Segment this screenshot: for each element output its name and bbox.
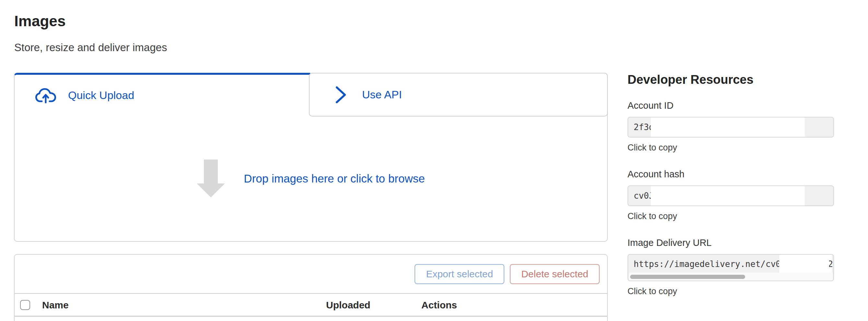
select-all-checkbox[interactable] bbox=[20, 300, 30, 310]
delete-selected-button[interactable]: Delete selected bbox=[510, 264, 600, 284]
upload-panel: Quick Upload Use API Drop images here or… bbox=[14, 73, 608, 242]
column-header-actions: Actions bbox=[421, 294, 457, 317]
account-id-label: Account ID bbox=[627, 100, 834, 111]
tab-quick-upload[interactable]: Quick Upload bbox=[14, 73, 310, 116]
image-delivery-url-field[interactable]: https://imagedelivery.net/cv0JSj 2 bbox=[627, 254, 834, 281]
tab-use-api[interactable]: Use API bbox=[309, 73, 608, 116]
account-hash-label: Account hash bbox=[627, 169, 834, 180]
upload-tab-row: Quick Upload Use API bbox=[14, 73, 607, 116]
account-hash-field[interactable]: cv0J bbox=[627, 185, 834, 206]
account-id-field[interactable]: 2f3d bbox=[627, 117, 834, 138]
column-header-uploaded: Uploaded bbox=[326, 294, 370, 317]
drop-arrow-icon bbox=[197, 159, 225, 198]
dropzone[interactable]: Drop images here or click to browse bbox=[14, 116, 607, 241]
chevron-right-icon bbox=[336, 86, 346, 104]
redaction-overlay bbox=[651, 117, 805, 137]
dropzone-label: Drop images here or click to browse bbox=[244, 172, 425, 185]
horizontal-scrollbar-track bbox=[629, 273, 833, 281]
column-header-name: Name bbox=[42, 294, 69, 317]
image-delivery-url-value: https://imagedelivery.net/cv0JSj bbox=[634, 259, 796, 269]
redaction-overlay bbox=[779, 255, 832, 273]
tab-use-api-label: Use API bbox=[362, 88, 402, 101]
image-list-panel: Export selected Delete selected Name Upl… bbox=[14, 254, 608, 321]
export-selected-button[interactable]: Export selected bbox=[414, 264, 504, 284]
tab-quick-upload-label: Quick Upload bbox=[68, 89, 134, 102]
redaction-overlay bbox=[651, 186, 805, 206]
image-list-toolbar: Export selected Delete selected bbox=[14, 255, 607, 294]
page-subtitle: Store, resize and deliver images bbox=[14, 41, 167, 54]
account-hash-copy-hint: Click to copy bbox=[627, 211, 834, 221]
horizontal-scrollbar-thumb[interactable] bbox=[630, 275, 745, 279]
page-header: Images Store, resize and deliver images bbox=[14, 12, 167, 54]
image-list-header-row: Name Uploaded Actions bbox=[14, 294, 607, 317]
cloud-upload-icon bbox=[35, 88, 56, 103]
page-title: Images bbox=[14, 12, 167, 30]
page-title-text: Images bbox=[14, 13, 66, 30]
image-delivery-url-copy-hint: Click to copy bbox=[627, 286, 834, 296]
developer-resources-sidebar: Developer Resources Account ID 2f3d Clic… bbox=[627, 73, 834, 313]
image-delivery-url-peek-char: 2 bbox=[829, 259, 833, 269]
image-delivery-url-label: Image Delivery URL bbox=[627, 238, 834, 248]
developer-resources-heading: Developer Resources bbox=[627, 73, 834, 87]
account-id-copy-hint: Click to copy bbox=[627, 143, 834, 153]
